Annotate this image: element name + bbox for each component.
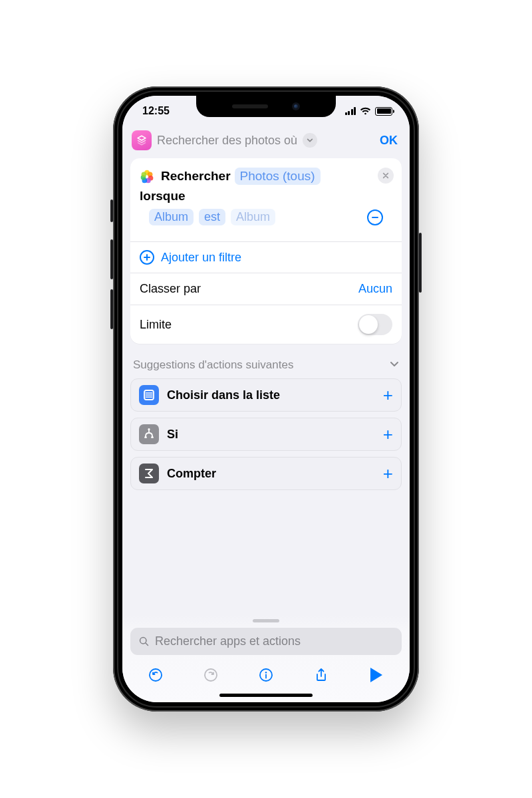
plus-circle-icon	[140, 250, 154, 265]
suggestion-label: Compter	[167, 467, 216, 481]
suggestion-if[interactable]: Si +	[130, 418, 402, 451]
editor-content: Rechercher Photos (tous) lorsque Album e…	[122, 158, 410, 615]
filter-field-token[interactable]: Album	[149, 209, 194, 225]
bottom-panel: Rechercher apps et actions	[122, 615, 410, 702]
filter-operator-token[interactable]: est	[199, 209, 225, 225]
suggestions-header-label: Suggestions d'actions suivantes	[133, 358, 293, 372]
remove-filter-button[interactable]	[367, 209, 383, 225]
sort-by-value: Aucun	[358, 282, 392, 296]
filter-value-token[interactable]: Album	[231, 209, 275, 225]
add-suggestion-button[interactable]: +	[383, 386, 393, 404]
limit-row: Limite	[130, 305, 402, 344]
shortcut-app-icon	[132, 130, 152, 150]
suggestion-count[interactable]: Compter +	[130, 457, 402, 490]
title-menu-button[interactable]	[303, 133, 317, 148]
add-suggestion-button[interactable]: +	[383, 426, 393, 443]
shortcut-title-text: Rechercher des photos où	[157, 134, 297, 148]
wifi-icon	[360, 107, 371, 116]
run-button[interactable]	[367, 666, 386, 684]
notch	[196, 96, 336, 117]
sigma-icon	[139, 464, 159, 483]
speaker-grille	[232, 104, 268, 108]
search-icon	[138, 636, 150, 647]
play-icon	[370, 668, 382, 682]
side-button-power	[419, 233, 422, 293]
status-time: 12:55	[142, 105, 170, 117]
remove-action-button[interactable]	[378, 168, 394, 184]
suggestion-label: Si	[167, 428, 178, 442]
cellular-icon	[345, 107, 356, 115]
side-button-mute	[110, 200, 113, 222]
done-button[interactable]: OK	[377, 134, 400, 148]
battery-icon	[375, 107, 392, 116]
shortcut-title[interactable]: Rechercher des photos où	[132, 130, 372, 150]
add-filter-label: Ajouter un filtre	[161, 251, 241, 265]
nav-bar: Rechercher des photos où OK	[122, 126, 410, 158]
svg-rect-9	[139, 424, 159, 444]
add-suggestion-button[interactable]: +	[383, 465, 393, 482]
svg-point-16	[265, 672, 267, 673]
screen: 12:55 Rechercher des photos où OK	[122, 96, 410, 702]
share-button[interactable]	[312, 666, 331, 684]
sort-by-label: Classer par	[140, 282, 201, 296]
limit-label: Limite	[140, 318, 172, 332]
side-button-volume-down	[110, 289, 113, 329]
svg-point-14	[205, 669, 217, 681]
suggestion-label: Choisir dans la liste	[167, 388, 280, 402]
photos-app-icon	[140, 169, 154, 184]
search-placeholder: Rechercher apps et actions	[155, 634, 301, 648]
front-camera	[292, 102, 300, 110]
chevron-down-icon	[390, 358, 399, 372]
side-button-volume-up	[110, 239, 113, 279]
redo-button	[201, 666, 220, 684]
list-icon	[139, 385, 159, 405]
device-frame: 12:55 Rechercher des photos où OK	[113, 86, 419, 712]
sort-by-row[interactable]: Classer par Aucun	[130, 273, 402, 305]
action-verb: Rechercher	[161, 169, 231, 184]
action-source-token[interactable]: Photos (tous)	[235, 168, 321, 185]
suggestions-header[interactable]: Suggestions d'actions suivantes	[130, 344, 402, 378]
limit-switch[interactable]	[358, 314, 392, 335]
filter-row: Album est Album	[140, 203, 392, 235]
svg-point-12	[140, 638, 146, 644]
info-button[interactable]	[257, 666, 275, 684]
svg-point-10	[148, 428, 150, 430]
home-indicator[interactable]	[219, 694, 313, 697]
branch-icon	[139, 424, 159, 444]
svg-point-13	[150, 669, 162, 681]
action-card: Rechercher Photos (tous) lorsque Album e…	[130, 158, 402, 344]
drag-handle[interactable]	[253, 619, 279, 622]
action-when-label: lorsque	[140, 189, 392, 203]
toolbar	[130, 655, 402, 690]
search-field[interactable]: Rechercher apps et actions	[130, 628, 402, 655]
svg-point-6	[142, 172, 147, 177]
add-filter-button[interactable]: Ajouter un filtre	[130, 242, 402, 273]
suggestion-choose-from-list[interactable]: Choisir dans la liste +	[130, 378, 402, 412]
undo-button[interactable]	[146, 666, 165, 684]
